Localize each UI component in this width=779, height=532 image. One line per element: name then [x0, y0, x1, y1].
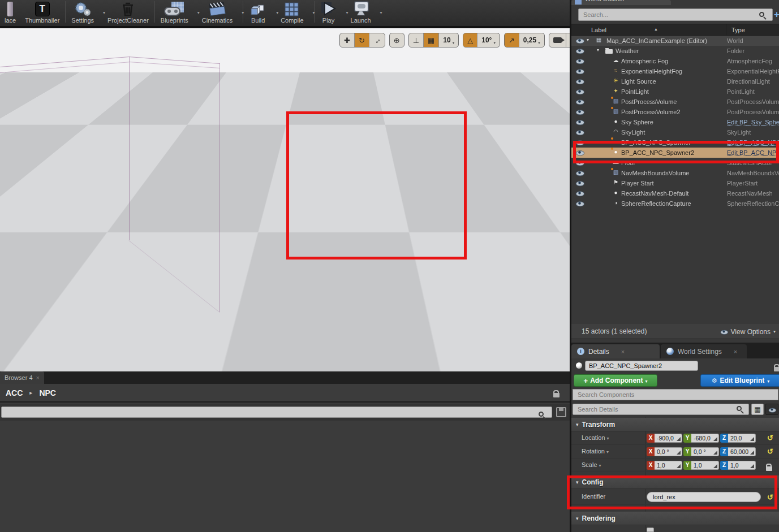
- toolbar-button-compile[interactable]: Compile ▾: [276, 0, 312, 26]
- visibility-eye-icon[interactable]: [576, 37, 584, 45]
- expander-icon[interactable]: ▾: [597, 47, 599, 53]
- toolbar-button-cinematics[interactable]: Cinematics ▾: [197, 0, 242, 26]
- table-row[interactable]: ▬ Floor StaticMeshActor: [571, 158, 779, 168]
- toolbar-button-play[interactable]: Play ▾: [316, 0, 346, 26]
- coordinate-system-button[interactable]: ⊕: [389, 33, 404, 47]
- rotation-snap-value[interactable]: 10° ▾: [477, 33, 500, 47]
- drag-handle-icon[interactable]: [677, 464, 681, 468]
- scale-y-field[interactable]: 1,0: [691, 461, 719, 470]
- visibility-eye-icon[interactable]: [576, 179, 584, 187]
- visibility-eye-icon[interactable]: [576, 57, 584, 65]
- table-row[interactable]: ☁ Atmospheric Fog AtmosphericFog: [571, 56, 779, 66]
- table-row[interactable]: ☀ Light Source DirectionalLight: [571, 76, 779, 86]
- visibility-eye-icon[interactable]: [576, 67, 584, 75]
- drag-handle-icon[interactable]: [750, 464, 754, 468]
- scale-x-field[interactable]: 1,0: [655, 461, 682, 470]
- table-row[interactable]: ◠ SkyLight SkyLight: [571, 127, 779, 137]
- rotation-x-field[interactable]: 0,0 °: [655, 447, 682, 456]
- property-label[interactable]: Location▾: [582, 434, 609, 441]
- table-row[interactable]: ● RecastNavMesh-Default RecastNavMesh: [571, 188, 779, 198]
- reset-to-default-icon[interactable]: ↺: [767, 493, 773, 501]
- section-header-config[interactable]: ▾ Config: [571, 475, 779, 489]
- table-row[interactable]: ◑ SphereReflectionCapture SphereReflecti…: [571, 198, 779, 209]
- breadcrumb-item-acc[interactable]: ACC: [6, 388, 23, 397]
- toolbar-button-thumbnailer[interactable]: T Thumbnailer: [20, 0, 64, 26]
- display-filter-button[interactable]: [765, 404, 778, 415]
- table-row[interactable]: ≈ ExponentialHeightFog ExponentialHeight…: [571, 66, 779, 76]
- rotation-snap-toggle[interactable]: △: [463, 33, 477, 47]
- reset-to-default-icon[interactable]: ↺: [767, 434, 773, 442]
- visibility-eye-icon[interactable]: [576, 169, 584, 177]
- view-options-button[interactable]: View Options ▾: [720, 327, 776, 336]
- lock-details-icon[interactable]: [774, 364, 779, 374]
- edit-blueprint-button[interactable]: ⚙ Edit Blueprint ▾: [700, 374, 779, 387]
- edit-blueprint-link[interactable]: Edit BP_ACC_NPC_Spawner2: [727, 149, 779, 156]
- scale-lock-icon[interactable]: [766, 463, 772, 473]
- visibility-eye-icon[interactable]: [576, 118, 584, 126]
- edit-blueprint-link[interactable]: Edit BP_Sky_Sphere: [727, 119, 779, 126]
- visibility-eye-icon[interactable]: [576, 139, 584, 146]
- visibility-eye-icon[interactable]: [576, 98, 584, 106]
- identifier-input[interactable]: [647, 492, 761, 502]
- toolbar-button-blueprints[interactable]: Blueprints ▾: [156, 0, 197, 26]
- table-row[interactable]: ⚑ Player Start PlayerStart: [571, 178, 779, 188]
- visibility-eye-icon[interactable]: [576, 108, 584, 116]
- drag-handle-icon[interactable]: [713, 451, 717, 455]
- visibility-eye-icon[interactable]: [576, 47, 584, 55]
- table-row-selected[interactable]: ● BP_ACC_NPC_Spawner2 Edit BP_ACC_NPC_Sp…: [571, 148, 779, 158]
- scale-snap-value[interactable]: 0,25 ▾: [519, 33, 544, 47]
- close-icon[interactable]: ×: [36, 374, 40, 381]
- search-details-input[interactable]: [573, 404, 749, 415]
- rotate-tool-button[interactable]: ↻: [355, 33, 369, 47]
- breadcrumb-item-npc[interactable]: NPC: [39, 388, 56, 397]
- toolbar-button-launch[interactable]: Launch ▾: [346, 0, 380, 26]
- outliner-search-input[interactable]: [578, 8, 773, 21]
- visibility-eye-icon[interactable]: [576, 200, 584, 207]
- edit-blueprint-link[interactable]: Edit BP_ACC_NPC_Spawner: [727, 139, 779, 146]
- asset-search-input[interactable]: [1, 406, 552, 418]
- grid-snap-value[interactable]: 10 ▾: [439, 33, 458, 47]
- visibility-eye-icon[interactable]: [576, 88, 584, 96]
- drag-handle-icon[interactable]: [750, 451, 754, 455]
- visibility-eye-icon[interactable]: [576, 189, 584, 197]
- translate-tool-button[interactable]: ✚: [340, 33, 355, 47]
- checkbox-partial[interactable]: [647, 527, 654, 532]
- scale-snap-toggle[interactable]: ↗: [505, 33, 519, 47]
- table-row[interactable]: ▧ PostProcessVolume PostProcessVolume: [571, 97, 779, 107]
- property-label[interactable]: Rotation▾: [582, 448, 609, 455]
- drag-handle-icon[interactable]: [713, 437, 717, 441]
- table-row[interactable]: ▧ PostProcessVolume2 PostProcessVolume: [571, 107, 779, 117]
- level-viewport[interactable]: ✚ ↻ ↔ ⊕ ⊥ ▦ 10 ▾ △ 10° ▾: [0, 28, 570, 371]
- tab-browser-4[interactable]: Browser 4 ×: [0, 371, 44, 384]
- column-divider[interactable]: [726, 24, 726, 36]
- tab-world-settings[interactable]: World Settings ×: [661, 344, 747, 358]
- drag-handle-icon[interactable]: [713, 464, 717, 468]
- visibility-eye-icon[interactable]: [576, 159, 584, 167]
- visibility-eye-icon[interactable]: [576, 77, 584, 85]
- close-icon[interactable]: ×: [734, 348, 737, 355]
- location-y-field[interactable]: -680,0: [691, 434, 719, 443]
- property-label[interactable]: Scale▾: [582, 461, 601, 468]
- table-row[interactable]: ▧ NavMeshBoundsVolume NavMeshBoundsVolum…: [571, 168, 779, 178]
- table-row[interactable]: ● Sky Sphere Edit BP_Sky_Sphere: [571, 117, 779, 127]
- rotation-z-field[interactable]: 60,000: [728, 447, 756, 456]
- reset-to-default-icon[interactable]: ↺: [767, 447, 773, 456]
- tab-world-outliner[interactable]: World Outliner: [571, 0, 671, 5]
- expander-icon[interactable]: ▾: [587, 37, 589, 42]
- table-row[interactable]: ● BP_ACC_NPC_Spawner Edit BP_ACC_NPC_Spa…: [571, 137, 779, 148]
- drag-handle-icon[interactable]: [677, 437, 681, 441]
- tab-details[interactable]: i Details ×: [571, 344, 660, 358]
- table-row[interactable]: ▾ Weather Folder: [571, 46, 779, 56]
- add-component-button[interactable]: + Add Component ▾: [574, 374, 657, 387]
- scale-z-field[interactable]: 1,0: [728, 461, 756, 470]
- actor-name-input[interactable]: [585, 361, 698, 371]
- save-icon[interactable]: [556, 407, 566, 417]
- lock-browser-icon[interactable]: [553, 390, 559, 400]
- location-x-field[interactable]: -900,0: [655, 434, 682, 443]
- toolbar-button-build[interactable]: Build ▾: [244, 0, 276, 26]
- location-z-field[interactable]: 20,0: [728, 434, 756, 443]
- column-header-type[interactable]: Type: [731, 27, 745, 33]
- surface-snap-button[interactable]: ⊥: [409, 33, 424, 47]
- column-header-label[interactable]: Label: [591, 27, 606, 33]
- scale-tool-button[interactable]: ↔: [369, 33, 385, 47]
